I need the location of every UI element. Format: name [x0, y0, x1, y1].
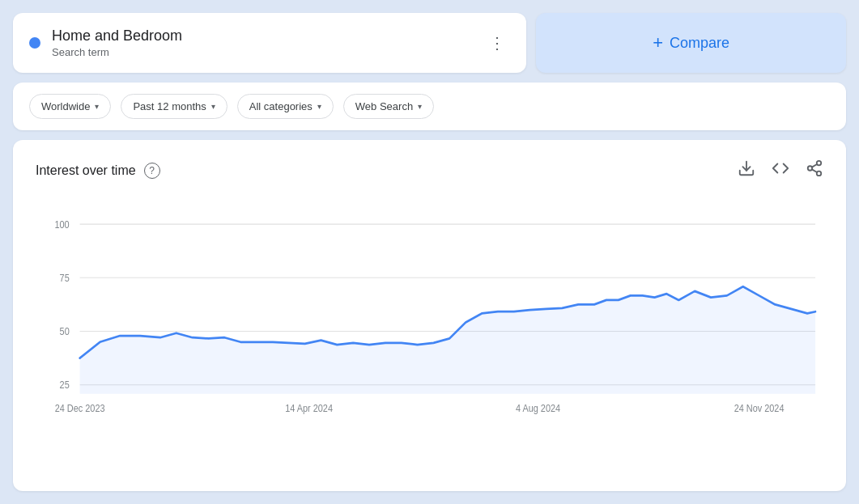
more-options-icon[interactable]: ⋮: [484, 30, 510, 56]
search-term-left: Home and Bedroom Search term: [29, 28, 182, 58]
compare-text: Compare: [670, 35, 729, 52]
search-term-text: Home and Bedroom Search term: [52, 28, 182, 58]
category-filter[interactable]: All categories ▾: [237, 94, 334, 119]
category-chevron-icon: ▾: [317, 102, 321, 111]
download-icon[interactable]: [738, 159, 755, 181]
svg-line-5: [812, 164, 817, 167]
chart-title: Interest over time: [36, 163, 136, 178]
svg-text:100: 100: [54, 219, 69, 230]
search-type-filter[interactable]: Web Search ▾: [343, 94, 434, 119]
svg-text:75: 75: [60, 273, 70, 283]
svg-text:25: 25: [60, 380, 70, 391]
svg-text:4 Aug 2024: 4 Aug 2024: [516, 403, 561, 413]
svg-text:24 Nov 2024: 24 Nov 2024: [734, 403, 785, 413]
chart-area: 100 75 50 25 24 Dec 2023 14 Apr 2024 4 A…: [36, 197, 823, 456]
code-icon[interactable]: [772, 159, 789, 181]
compare-card[interactable]: + Compare: [536, 13, 846, 73]
time-range-label: Past 12 months: [133, 100, 206, 112]
location-filter[interactable]: Worldwide ▾: [29, 94, 111, 119]
search-type-label: Web Search: [355, 100, 413, 112]
search-type-chevron-icon: ▾: [418, 102, 422, 111]
compare-label: + Compare: [653, 32, 729, 53]
chart-card: Interest over time ?: [13, 140, 846, 491]
share-icon[interactable]: [806, 159, 823, 181]
time-range-filter[interactable]: Past 12 months ▾: [121, 94, 227, 119]
svg-text:24 Dec 2023: 24 Dec 2023: [55, 403, 105, 413]
location-label: Worldwide: [41, 100, 90, 112]
chart-title-area: Interest over time ?: [36, 163, 160, 179]
search-term-title: Home and Bedroom: [52, 28, 182, 44]
help-icon[interactable]: ?: [144, 163, 160, 179]
svg-text:14 Apr 2024: 14 Apr 2024: [285, 403, 333, 413]
filters-row: Worldwide ▾ Past 12 months ▾ All categor…: [13, 83, 846, 130]
location-chevron-icon: ▾: [95, 102, 99, 111]
svg-text:50: 50: [60, 326, 70, 337]
compare-plus-icon: +: [653, 32, 663, 53]
interest-chart: 100 75 50 25 24 Dec 2023 14 Apr 2024 4 A…: [36, 197, 823, 456]
svg-line-4: [812, 169, 817, 172]
search-term-subtitle: Search term: [52, 46, 182, 58]
search-term-card: Home and Bedroom Search term ⋮: [13, 13, 526, 73]
search-term-dot: [29, 37, 40, 49]
time-range-chevron-icon: ▾: [211, 102, 215, 111]
chart-actions: [738, 159, 823, 181]
category-label: All categories: [249, 100, 313, 112]
chart-header: Interest over time ?: [36, 159, 823, 181]
